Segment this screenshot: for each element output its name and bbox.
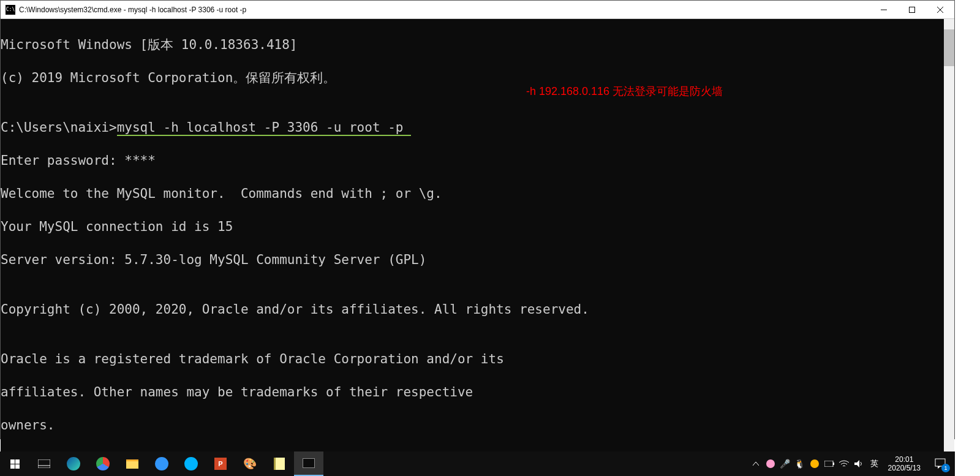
taskbar-app-notes[interactable] — [265, 451, 294, 476]
vertical-scrollbar[interactable] — [944, 19, 954, 476]
tray-mic-icon[interactable]: 🎤 — [778, 451, 793, 476]
terminal-line: Your MySQL connection id is 15 — [1, 219, 944, 235]
scrollbar-thumb[interactable] — [944, 29, 954, 66]
window-controls — [870, 1, 954, 19]
minimize-button[interactable] — [870, 1, 898, 19]
taskbar-app-todesk[interactable] — [176, 451, 206, 476]
notification-badge: 1 — [941, 464, 950, 472]
svg-rect-7 — [833, 463, 834, 465]
window-title: C:\Windows\system32\cmd.exe - mysql -h l… — [19, 6, 870, 14]
tray-app-icon[interactable] — [807, 451, 822, 476]
svg-rect-4 — [38, 459, 50, 468]
tray-overflow-button[interactable] — [748, 451, 763, 476]
windows-icon — [10, 459, 20, 469]
taskbar-app-chrome[interactable] — [88, 451, 118, 476]
titlebar[interactable]: C:\ C:\Windows\system32\cmd.exe - mysql … — [1, 1, 954, 19]
terminal-line: affiliates. Other names may be trademark… — [1, 384, 944, 401]
terminal-line: Microsoft Windows [版本 10.0.18363.418] — [1, 37, 944, 53]
circle-icon — [810, 459, 819, 468]
taskbar-app-dingtalk[interactable] — [147, 451, 176, 476]
svg-rect-1 — [910, 7, 915, 12]
ime-indicator[interactable]: 英 — [866, 451, 883, 476]
svg-marker-8 — [854, 460, 859, 467]
terminal-line: Oracle is a registered trademark of Orac… — [1, 351, 944, 368]
system-tray: 🎤 🐧 英 20:01 2020/5/13 1 — [748, 451, 955, 476]
notes-icon — [274, 458, 285, 470]
maximize-button[interactable] — [898, 1, 926, 19]
prompt-text: C:\Users\naixi> — [1, 120, 117, 135]
svg-rect-6 — [824, 461, 833, 467]
edge-icon — [67, 457, 80, 470]
cmd-icon: C:\ — [6, 5, 15, 15]
cmd-window: C:\ C:\Windows\system32\cmd.exe - mysql … — [0, 0, 955, 439]
page-margin — [955, 0, 980, 476]
terminal-icon — [303, 458, 315, 468]
penguin-icon: 🐧 — [794, 459, 805, 469]
close-button[interactable] — [926, 1, 954, 19]
powerpoint-icon: P — [214, 458, 227, 470]
clock-time: 20:01 — [888, 455, 921, 464]
terminal-area: Microsoft Windows [版本 10.0.18363.418] (c… — [1, 19, 954, 476]
flower-icon — [766, 459, 775, 468]
clock[interactable]: 20:01 2020/5/13 — [883, 455, 925, 472]
tray-volume-icon[interactable] — [851, 451, 866, 476]
taskbar-app-cmd[interactable] — [294, 451, 323, 476]
taskbar-app-explorer[interactable] — [118, 451, 147, 476]
terminal-line: C:\Users\naixi>mysql -h localhost -P 330… — [1, 119, 944, 136]
annotation-text: -h 192.168.0.116 无法登录可能是防火墙 — [526, 83, 723, 100]
terminal-line: Enter password: **** — [1, 153, 944, 169]
tray-battery-icon[interactable] — [822, 451, 837, 476]
svg-marker-10 — [938, 466, 941, 469]
dingtalk-icon — [155, 457, 168, 470]
todesk-icon — [184, 457, 198, 470]
tray-qq-icon[interactable]: 🐧 — [793, 451, 807, 476]
terminal[interactable]: Microsoft Windows [版本 10.0.18363.418] (c… — [1, 19, 944, 476]
chrome-icon — [96, 457, 110, 470]
highlighted-command: mysql -h localhost -P 3306 -u root -p — [117, 120, 411, 136]
terminal-line: Welcome to the MySQL monitor. Commands e… — [1, 186, 944, 202]
start-button[interactable] — [0, 451, 29, 476]
taskbar-app-powerpoint[interactable]: P — [206, 451, 235, 476]
taskbar-app-edge[interactable] — [59, 451, 88, 476]
taskbar-app-paint[interactable]: 🎨 — [235, 451, 265, 476]
tray-app-icon[interactable] — [763, 451, 778, 476]
clock-date: 2020/5/13 — [888, 464, 921, 472]
palette-icon: 🎨 — [243, 457, 257, 470]
terminal-line: owners. — [1, 417, 944, 434]
task-view-button[interactable] — [29, 451, 59, 476]
terminal-line: Copyright (c) 2000, 2020, Oracle and/or … — [1, 301, 944, 318]
action-center-button[interactable]: 1 — [925, 451, 955, 476]
taskbar: P 🎨 🎤 🐧 英 20:01 2020/5/13 1 — [0, 451, 955, 476]
folder-icon — [126, 459, 138, 469]
terminal-line: Server version: 5.7.30-log MySQL Communi… — [1, 252, 944, 268]
terminal-line: (c) 2019 Microsoft Corporation。保留所有权利。 — [1, 70, 944, 86]
tray-wifi-icon[interactable] — [837, 451, 851, 476]
